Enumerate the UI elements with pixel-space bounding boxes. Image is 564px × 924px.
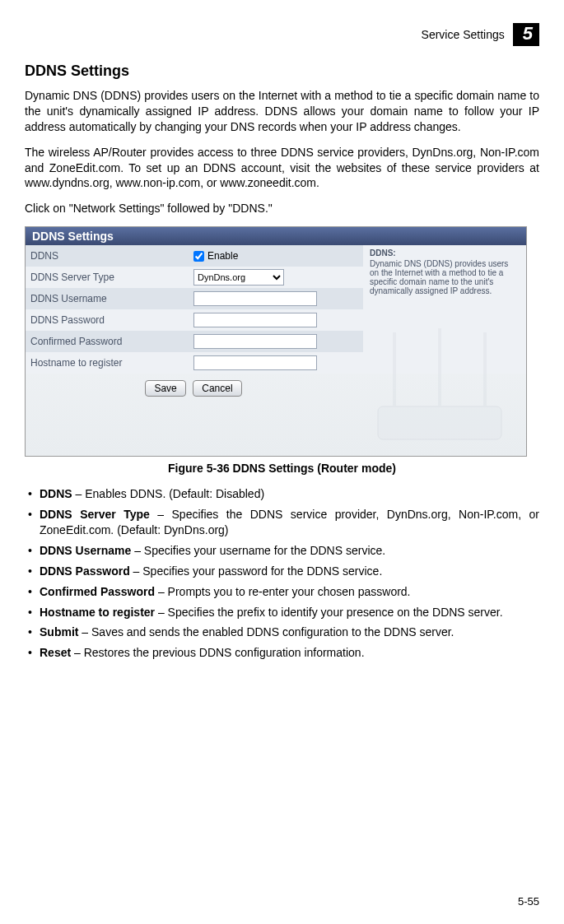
figure-caption: Figure 5-36 DDNS Settings (Router mode) xyxy=(25,462,539,475)
label-confirmed: Confirmed Password xyxy=(26,336,190,347)
bullet-list: DDNS – Enables DDNS. (Default: Disabled)… xyxy=(25,486,539,661)
panel-title: DDNS Settings xyxy=(26,227,526,245)
svg-rect-0 xyxy=(378,406,501,439)
paragraph-intro-2: The wireless AP/Router provides access t… xyxy=(25,145,539,192)
row-ddns: DDNS Enable xyxy=(26,245,363,267)
input-confirmed[interactable] xyxy=(193,334,317,349)
list-item: DDNS Password – Specifies your password … xyxy=(25,564,539,579)
label-ddns: DDNS xyxy=(26,250,190,262)
label-server-type: DDNS Server Type xyxy=(26,272,190,283)
list-item: DDNS – Enables DDNS. (Default: Disabled) xyxy=(25,486,539,502)
save-button[interactable]: Save xyxy=(145,380,185,397)
row-password: DDNS Password xyxy=(26,309,363,331)
checkbox-enable[interactable] xyxy=(193,251,204,262)
breadcrumb: Service Settings xyxy=(422,28,505,41)
paragraph-intro-1: Dynamic DNS (DDNS) provides users on the… xyxy=(25,88,539,135)
row-username: DDNS Username xyxy=(26,288,363,309)
input-password[interactable] xyxy=(193,313,317,327)
section-title: DDNS Settings xyxy=(25,63,539,80)
ddns-settings-screenshot: DDNS Settings DDNS Enable DDNS Server Ty… xyxy=(25,226,527,457)
help-body: Dynamic DNS (DDNS) provides users on the… xyxy=(370,259,520,295)
list-item: Reset – Restores the previous DDNS confi… xyxy=(25,645,539,661)
row-confirmed: Confirmed Password xyxy=(26,331,363,352)
page-number: 5-55 xyxy=(518,895,539,908)
list-item: Hostname to register – Specifies the pre… xyxy=(25,605,539,620)
label-username: DDNS Username xyxy=(26,293,190,304)
list-item: DDNS Username – Specifies your username … xyxy=(25,543,539,559)
select-server-type[interactable]: DynDns.org xyxy=(193,269,284,286)
help-panel: DDNS: Dynamic DNS (DDNS) provides users … xyxy=(363,245,526,374)
row-server-type: DDNS Server Type DynDns.org xyxy=(26,267,363,288)
paragraph-instruction: Click on "Network Settings" followed by … xyxy=(25,201,539,216)
label-password: DDNS Password xyxy=(26,314,190,326)
list-item: DDNS Server Type – Specifies the DDNS se… xyxy=(25,507,539,538)
input-username[interactable] xyxy=(193,291,317,306)
list-item: Submit – Saves and sends the enabled DDN… xyxy=(25,625,539,640)
row-hostname: Hostname to register xyxy=(26,352,363,374)
page-header: Service Settings 5 xyxy=(25,23,539,46)
label-enable: Enable xyxy=(207,250,238,262)
input-hostname[interactable] xyxy=(193,355,317,370)
cancel-button[interactable]: Cancel xyxy=(193,380,241,397)
chapter-badge: 5 xyxy=(513,23,539,46)
list-item: Confirmed Password – Prompts you to re-e… xyxy=(25,584,539,600)
help-title: DDNS: xyxy=(370,248,520,258)
label-hostname: Hostname to register xyxy=(26,357,190,369)
